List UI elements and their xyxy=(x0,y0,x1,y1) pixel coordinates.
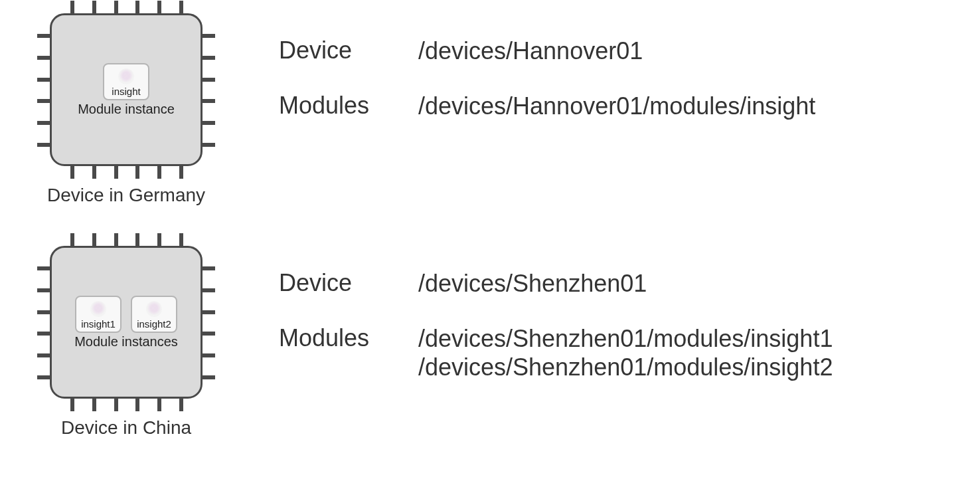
info-column-china: Device /devices/Shenzhen01 Modules /devi… xyxy=(239,246,967,409)
module-label: insight2 xyxy=(137,318,171,330)
device-path: /devices/Shenzhen01 xyxy=(418,269,647,298)
chip-inner: insight Module instance xyxy=(78,63,175,117)
modules-label: Modules xyxy=(279,92,418,120)
chip-pins-top xyxy=(70,233,183,248)
module-box-insight: insight xyxy=(103,63,149,100)
chip-column-china: insight1 insight2 Module instances Devic… xyxy=(13,246,239,439)
device-row-germany: insight Module instance Device in German… xyxy=(13,13,967,206)
module-caption: Module instances xyxy=(74,334,178,349)
chip-pins-bottom xyxy=(70,164,183,179)
modules-label: Modules xyxy=(279,324,418,352)
module-label: insight xyxy=(112,86,140,97)
module-box-insight1: insight1 xyxy=(75,296,122,333)
module-path: /devices/Hannover01/modules/insight xyxy=(418,92,815,120)
module-caption: Module instance xyxy=(78,102,175,117)
lightbulb-icon xyxy=(118,68,134,84)
info-row-modules: Modules /devices/Shenzhen01/modules/insi… xyxy=(279,324,967,381)
device-label: Device xyxy=(279,269,418,297)
module-path: /devices/Shenzhen01/modules/insight2 xyxy=(418,353,833,381)
chip-pins-left xyxy=(37,266,52,379)
info-row-device: Device /devices/Hannover01 xyxy=(279,37,967,65)
chip-pins-bottom xyxy=(70,397,183,411)
chip-caption-china: Device in China xyxy=(61,417,191,439)
chip-pins-left xyxy=(37,34,52,147)
module-box-insight2: insight2 xyxy=(131,296,177,333)
modules-paths: /devices/Hannover01/modules/insight xyxy=(418,92,815,120)
info-column-germany: Device /devices/Hannover01 Modules /devi… xyxy=(239,13,967,147)
chip-icon: insight Module instance xyxy=(50,13,203,166)
chip-inner: insight1 insight2 Module instances xyxy=(74,296,178,349)
chip-pins-right xyxy=(201,266,215,379)
module-path: /devices/Shenzhen01/modules/insight1 xyxy=(418,324,833,353)
lightbulb-icon xyxy=(90,301,106,317)
info-row-device: Device /devices/Shenzhen01 xyxy=(279,269,967,298)
chip-icon: insight1 insight2 Module instances xyxy=(50,246,203,399)
device-label: Device xyxy=(279,37,418,64)
info-row-modules: Modules /devices/Hannover01/modules/insi… xyxy=(279,92,967,120)
chip-column-germany: insight Module instance Device in German… xyxy=(13,13,239,206)
module-label: insight1 xyxy=(81,318,116,330)
module-boxes-row: insight1 insight2 xyxy=(75,296,177,333)
chip-pins-right xyxy=(201,34,215,147)
chip-pins-top xyxy=(70,1,183,15)
modules-paths: /devices/Shenzhen01/modules/insight1 /de… xyxy=(418,324,833,381)
chip-caption-germany: Device in Germany xyxy=(47,185,205,206)
device-row-china: insight1 insight2 Module instances Devic… xyxy=(13,246,967,439)
lightbulb-icon xyxy=(146,301,162,317)
device-path: /devices/Hannover01 xyxy=(418,37,643,65)
